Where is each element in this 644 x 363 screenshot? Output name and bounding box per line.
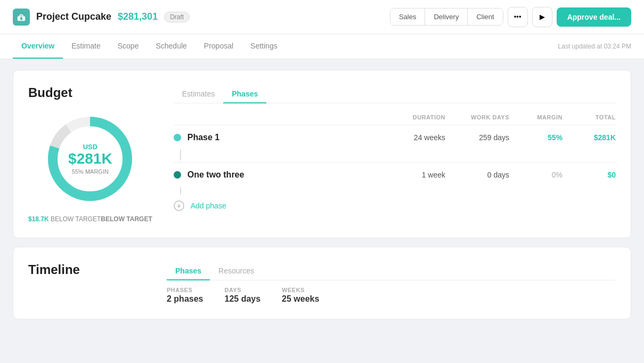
donut-margin: 55% MARGIN (68, 168, 112, 175)
budget-left: Budget USD $281K 55% MARGIN (28, 85, 152, 223)
col-margin: MARGIN (509, 114, 563, 120)
stat-phases-label: PHASES (167, 287, 203, 293)
col-duration: DURATION (381, 114, 445, 120)
ellipsis-icon: ••• (514, 13, 521, 21)
approve-deal-button[interactable]: Approve deal... (557, 7, 631, 27)
timeline-layout: Timeline Phases Resources PHASES 2 phase… (28, 262, 616, 304)
timeline-stats: PHASES 2 phases DAYS 125 days WEEKS 25 w… (167, 287, 616, 304)
nav-bar: Overview Estimate Scope Schedule Proposa… (0, 34, 644, 59)
stat-days-value: 125 days (224, 294, 260, 304)
timeline-title: Timeline (28, 262, 145, 277)
below-target: $18.7K BELOW TARGETBELOW TARGET (28, 215, 152, 223)
client-button[interactable]: Client (468, 9, 502, 25)
audience-buttons: Sales Delivery Client (390, 8, 503, 26)
phase-2-dot (174, 171, 181, 179)
phase-2-work-days: 0 days (445, 171, 509, 179)
add-phase-icon: + (174, 200, 184, 211)
phases-table-header: DURATION WORK DAYS MARGIN TOTAL (174, 114, 616, 125)
tab-proposal[interactable]: Proposal (195, 34, 242, 59)
project-name: Project Cupcake (36, 11, 111, 22)
phase-1-total: $281K (563, 133, 616, 142)
tab-phases[interactable]: Phases (223, 85, 266, 103)
timeline-tab-phases[interactable]: Phases (167, 262, 210, 280)
below-target-amount: $18.7K (28, 215, 49, 223)
delivery-button[interactable]: Delivery (425, 9, 468, 25)
stat-weeks: WEEKS 25 weeks (282, 287, 319, 304)
phase-2-name-cell: One two three (174, 170, 381, 180)
tab-estimate[interactable]: Estimate (63, 34, 109, 59)
stat-weeks-value: 25 weeks (282, 294, 319, 304)
tab-settings[interactable]: Settings (242, 34, 286, 59)
phase-1-duration: 24 weeks (381, 133, 445, 142)
phase-1-name-cell: Phase 1 (174, 133, 381, 142)
header: Project Cupcake $281,301 Draft Sales Del… (0, 0, 644, 34)
timeline-card: Timeline Phases Resources PHASES 2 phase… (13, 247, 631, 319)
col-work-days: WORK DAYS (445, 114, 509, 120)
below-target-label: BELOW TARGET (51, 215, 101, 223)
add-phase-row[interactable]: + Add phase (174, 196, 616, 215)
donut-chart: USD $281K 55% MARGIN (42, 111, 138, 207)
more-button[interactable]: ••• (508, 7, 528, 27)
timeline-tab-resources[interactable]: Resources (210, 262, 263, 280)
tab-overview[interactable]: Overview (13, 34, 63, 59)
header-actions: Sales Delivery Client ••• ▶ Approve deal… (390, 7, 631, 27)
budget-right: Estimates Phases DURATION WORK DAYS MARG… (174, 85, 616, 215)
play-button[interactable]: ▶ (532, 7, 552, 27)
phase-2-duration: 1 week (381, 171, 445, 179)
app-logo (13, 9, 30, 26)
phase-2-name[interactable]: One two three (188, 170, 244, 180)
phase-row-2: One two three 1 week 0 days 0% $0 (174, 163, 616, 187)
tab-schedule[interactable]: Schedule (147, 34, 195, 59)
budget-card: Budget USD $281K 55% MARGIN (13, 70, 631, 238)
donut-currency: USD (68, 143, 112, 151)
phase-row-1: Phase 1 24 weeks 259 days 55% $281K (174, 125, 616, 150)
add-phase-label[interactable]: Add phase (191, 201, 226, 210)
phase-2-margin: 0% (509, 171, 563, 179)
tab-scope[interactable]: Scope (109, 34, 148, 59)
budget-layout: Budget USD $281K 55% MARGIN (28, 85, 616, 223)
phase-1-dot (174, 134, 181, 141)
stat-days-label: DAYS (224, 287, 260, 293)
donut-center: USD $281K 55% MARGIN (68, 143, 112, 175)
stat-days: DAYS 125 days (224, 287, 260, 304)
svg-rect-1 (20, 17, 22, 20)
stat-weeks-label: WEEKS (282, 287, 319, 293)
phase-1-name[interactable]: Phase 1 (188, 133, 219, 142)
col-total: TOTAL (563, 114, 616, 120)
donut-amount: $281K (68, 151, 112, 167)
phases-table: DURATION WORK DAYS MARGIN TOTAL Phase 1 … (174, 114, 616, 215)
phase-1-margin: 55% (509, 133, 563, 142)
phase-connector-line (180, 150, 181, 160)
phase-1-work-days: 259 days (445, 133, 509, 142)
last-updated: Last updated at 03:24 PM (558, 43, 631, 50)
play-icon: ▶ (540, 13, 545, 21)
draft-badge: Draft (164, 12, 190, 22)
below-target-label-text: BELOW TARGET (101, 215, 152, 223)
stat-phases: PHASES 2 phases (167, 287, 203, 304)
main-content: Budget USD $281K 55% MARGIN (0, 59, 644, 338)
phase-2-total: $0 (563, 171, 616, 179)
project-amount: $281,301 (118, 11, 158, 22)
col-name (191, 114, 381, 120)
timeline-right: Phases Resources PHASES 2 phases DAYS 12… (167, 262, 616, 304)
sales-button[interactable]: Sales (390, 9, 426, 25)
stat-phases-value: 2 phases (167, 294, 203, 304)
budget-title: Budget (28, 85, 72, 100)
timeline-tab-row: Phases Resources (167, 262, 616, 280)
timeline-left: Timeline (28, 262, 145, 277)
tab-estimates[interactable]: Estimates (174, 85, 223, 103)
budget-tab-row: Estimates Phases (174, 85, 616, 103)
add-phase-connector-line (180, 187, 181, 195)
